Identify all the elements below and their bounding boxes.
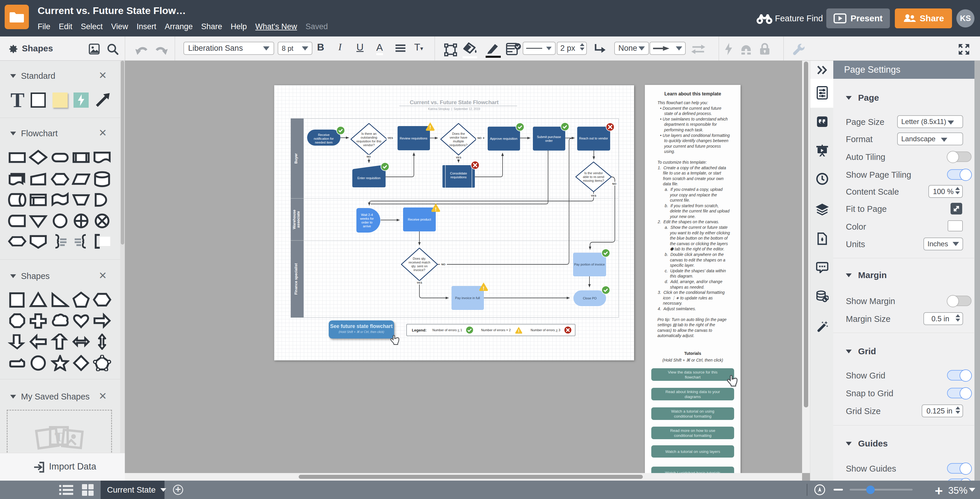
svg-text:YES: YES	[456, 156, 461, 159]
svg-text:NO: NO	[441, 263, 445, 266]
svg-text:Receive product: Receive product	[408, 218, 431, 221]
svg-text:!: !	[435, 207, 437, 212]
svg-text:Pay invoice in full: Pay invoice in full	[455, 296, 480, 300]
svg-text:Reach out to vendor: Reach out to vendor	[579, 137, 608, 140]
svg-text:Warehouse: Warehouse	[292, 210, 296, 230]
svg-text:requisition for this: requisition for this	[356, 139, 382, 143]
svg-text:NO: NO	[367, 155, 371, 158]
svg-text:Current vs. Future State Flowc: Current vs. Future State Flowchart	[410, 99, 499, 105]
svg-text:Is the vendor: Is the vendor	[584, 171, 603, 175]
svg-text:requisitions?: requisitions?	[449, 143, 468, 147]
svg-text:vendor?: vendor?	[363, 143, 375, 147]
svg-text:Close PO: Close PO	[583, 297, 597, 300]
svg-text:!: !	[483, 286, 484, 291]
svg-text:vendor have: vendor have	[450, 136, 468, 139]
svg-text:order: order	[545, 139, 553, 142]
svg-text:Submit purchase: Submit purchase	[537, 135, 561, 139]
svg-text:Review requisitions: Review requisitions	[400, 137, 428, 140]
svg-text:needed item: needed item	[315, 141, 333, 144]
svg-text:Wait 2-4: Wait 2-4	[361, 213, 373, 217]
svg-text:invoice?: invoice?	[414, 268, 425, 272]
svg-text:arrive: arrive	[363, 225, 371, 228]
svg-text:Katrina Stropkay | September: Katrina Stropkay | September 12, 2019	[428, 107, 480, 111]
svg-text:Pay portion of invoice: Pay portion of invoice	[574, 263, 605, 266]
svg-text:order to: order to	[361, 221, 372, 224]
svg-text:Does qty.: Does qty.	[413, 257, 426, 260]
svg-text:Enter requisition: Enter requisition	[357, 176, 381, 180]
svg-text:YES: YES	[417, 281, 422, 284]
svg-text:notification for: notification for	[314, 137, 334, 140]
svg-text:multiple: multiple	[453, 139, 464, 143]
svg-text:NO: NO	[477, 136, 482, 139]
svg-text:Approve requisition: Approve requisition	[490, 137, 517, 140]
svg-text:Finance specialist: Finance specialist	[294, 263, 298, 295]
svg-text:missing items?: missing items?	[583, 179, 605, 182]
svg-text:YES: YES	[387, 136, 393, 139]
svg-text:able to re-send: able to re-send	[583, 175, 604, 179]
svg-text:associate: associate	[296, 211, 301, 228]
svg-text:Is there an: Is there an	[361, 132, 377, 136]
svg-text:requisitions: requisitions	[450, 175, 467, 179]
svg-text:T: T	[54, 430, 63, 444]
svg-text:Buyer: Buyer	[294, 153, 298, 164]
svg-text:Consolidate: Consolidate	[450, 172, 467, 175]
svg-text:YES: YES	[590, 194, 596, 197]
svg-text:Does the: Does the	[452, 132, 465, 136]
svg-text:qty. sent on: qty. sent on	[411, 265, 428, 268]
svg-text:outstanding: outstanding	[361, 136, 377, 139]
svg-text:Receive: Receive	[318, 133, 329, 137]
svg-text:!: !	[430, 124, 431, 130]
svg-text:!: !	[518, 328, 519, 333]
svg-text:weeks for: weeks for	[360, 217, 374, 220]
svg-text:received match: received match	[409, 261, 431, 264]
svg-text:NO: NO	[612, 182, 616, 185]
